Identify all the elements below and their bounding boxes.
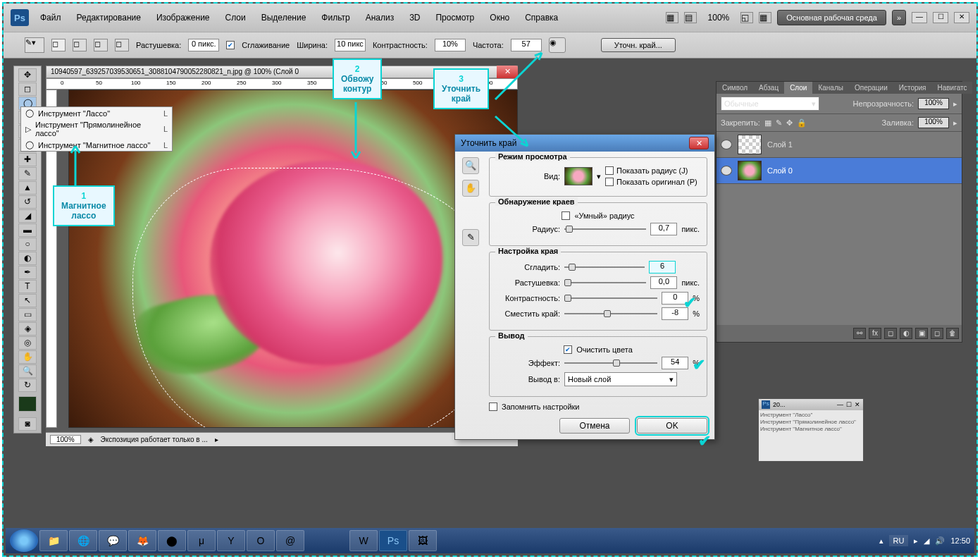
layer-mask-icon[interactable]: ◻ [884, 328, 897, 339]
maximize-button[interactable]: ☐ [933, 12, 948, 23]
workspace-more[interactable]: » [892, 10, 906, 25]
menu-image[interactable]: Изображение [152, 11, 214, 24]
pen-tool[interactable]: ✒ [18, 266, 37, 279]
arrange-icon[interactable]: ▦ [759, 12, 771, 23]
radius-input[interactable]: 0,7 [650, 223, 677, 235]
tray-show-hidden-icon[interactable]: ▴ [879, 536, 883, 546]
selection-mode-new-icon[interactable]: ◻ [51, 39, 66, 51]
clock[interactable]: 12:50 [950, 536, 970, 545]
layer-name[interactable]: Слой 1 [767, 140, 793, 149]
menu-filter[interactable]: Фильтр [317, 11, 354, 24]
3d-tool[interactable]: ◈ [18, 322, 37, 336]
fill-input[interactable]: 100% [918, 117, 949, 128]
menu-select[interactable]: Выделение [257, 11, 311, 24]
taskbar-image-icon[interactable]: 🖼 [409, 530, 437, 551]
selection-mode-add-icon[interactable]: ◻ [73, 39, 87, 51]
mini-minimize-icon[interactable]: — [837, 401, 843, 408]
taskbar-chrome-icon[interactable]: ⬤ [158, 530, 186, 551]
layer-group-icon[interactable]: ▣ [915, 328, 928, 339]
3d-camera-tool[interactable]: ◎ [18, 336, 37, 350]
tray-network-icon[interactable]: ◢ [924, 536, 929, 546]
decontaminate-checkbox[interactable]: ✔ [564, 345, 572, 354]
mini-maximize-icon[interactable]: ☐ [846, 401, 852, 408]
mini-close-icon[interactable]: ✕ [855, 401, 860, 408]
amount-input[interactable]: 54 [662, 357, 688, 369]
ok-button[interactable]: OK [637, 418, 707, 434]
status-arrow-icon[interactable]: ▸ [215, 436, 218, 443]
contrast-slider[interactable] [564, 293, 657, 303]
healing-tool[interactable]: ✚ [18, 153, 37, 166]
lock-all-icon[interactable]: 🔒 [797, 118, 807, 128]
workspace-switcher[interactable]: Основная рабочая среда [777, 10, 886, 25]
lock-position-icon[interactable]: ✥ [786, 118, 793, 128]
shift-slider[interactable] [564, 309, 657, 319]
gradient-tool[interactable]: ▬ [18, 223, 37, 237]
tab-navigator[interactable]: Навигатс [932, 82, 973, 94]
menu-file[interactable]: Файл [36, 11, 66, 24]
lock-brush-icon[interactable]: ✎ [776, 118, 782, 128]
layer-name[interactable]: Слой 0 [767, 166, 793, 175]
dropdown-caret-icon[interactable]: ▾ [597, 172, 601, 181]
language-indicator[interactable]: RU [889, 535, 909, 546]
visibility-icon[interactable] [721, 166, 732, 176]
radius-slider[interactable] [564, 224, 646, 234]
shape-tool[interactable]: ▭ [18, 308, 37, 321]
remember-checkbox[interactable] [489, 403, 497, 411]
quick-mask-icon[interactable]: ◙ [18, 417, 37, 431]
contrast-input[interactable]: 10% [435, 39, 466, 51]
taskbar-skype-icon[interactable]: 💬 [99, 530, 127, 551]
screen-mode-icon[interactable]: ◱ [740, 12, 753, 23]
fill-arrow-icon[interactable]: ▸ [953, 118, 957, 128]
view-extras-icon[interactable]: ▤ [684, 12, 697, 23]
tab-paragraph[interactable]: Абзац [753, 82, 784, 94]
taskbar-word-icon[interactable]: W [349, 530, 378, 551]
amount-slider[interactable] [564, 358, 657, 368]
flyout-lasso[interactable]: ◯ Инструмент "Лассо" L [21, 107, 172, 119]
zoom-tool-icon[interactable]: 🔍 [462, 157, 479, 174]
smooth-slider[interactable] [564, 262, 645, 272]
selection-mode-intersect-icon[interactable]: ◻ [115, 39, 129, 51]
stamp-tool[interactable]: ▲ [18, 181, 37, 195]
menu-edit[interactable]: Редактирование [73, 11, 145, 24]
feather-input[interactable]: 0 пикс. [188, 39, 219, 51]
blur-tool[interactable]: ○ [18, 238, 37, 251]
frequency-input[interactable]: 57 [511, 39, 542, 51]
path-select-tool[interactable]: ↖ [18, 294, 37, 307]
menu-layer[interactable]: Слои [221, 11, 250, 24]
refine-radius-tool-icon[interactable]: ✎ [462, 229, 479, 246]
taskbar-explorer-icon[interactable]: 📁 [39, 530, 68, 551]
lock-transparency-icon[interactable]: ▦ [764, 118, 771, 128]
taskbar-photoshop-icon[interactable]: Ps [379, 530, 407, 551]
menu-analysis[interactable]: Анализ [361, 11, 399, 24]
flyout-magnetic-lasso[interactable]: ◯ Инструмент "Магнитное лассо" L [21, 139, 172, 151]
foreground-color[interactable] [18, 396, 37, 412]
tab-actions[interactable]: Операции [849, 82, 893, 94]
tab-character[interactable]: Символ [717, 82, 753, 94]
output-to-select[interactable]: Новый слой ▾ [564, 372, 677, 386]
blend-mode-select[interactable]: Обычные▾ [721, 97, 819, 111]
visibility-icon[interactable] [721, 140, 732, 149]
menu-3d[interactable]: 3D [405, 11, 424, 24]
layer-row[interactable]: Слой 0 [717, 158, 962, 184]
layer-fx-icon[interactable]: fx [869, 328, 881, 339]
selection-mode-subtract-icon[interactable]: ◻ [94, 39, 108, 51]
menu-window[interactable]: Окно [485, 11, 514, 24]
start-button[interactable] [10, 529, 38, 552]
dodge-tool[interactable]: ◐ [18, 252, 37, 265]
feather-input[interactable]: 0,0 [650, 276, 677, 289]
rotate-view-tool[interactable]: ↻ [18, 379, 37, 392]
refine-edge-button[interactable]: Уточн. край... [601, 38, 676, 52]
taskbar-app-icon[interactable]: 🌐 [69, 530, 97, 551]
zoom-level[interactable]: 100% [702, 11, 736, 24]
dialog-close-button[interactable]: ✕ [689, 137, 709, 149]
tray-volume-icon[interactable]: 🔊 [935, 536, 945, 546]
hand-tool[interactable]: ✋ [18, 350, 37, 364]
hand-tool-icon[interactable]: ✋ [462, 180, 479, 197]
antialias-checkbox[interactable]: ✔ [226, 41, 235, 49]
view-preview-thumbnail[interactable] [564, 167, 593, 185]
cancel-button[interactable]: Отмена [559, 418, 630, 434]
dialog-titlebar[interactable]: Уточнить край ✕ [455, 135, 714, 152]
taskbar-utorrent-icon[interactable]: μ [187, 530, 216, 551]
document-close-button[interactable]: ✕ [497, 66, 518, 78]
adjustment-layer-icon[interactable]: ◐ [900, 328, 912, 339]
